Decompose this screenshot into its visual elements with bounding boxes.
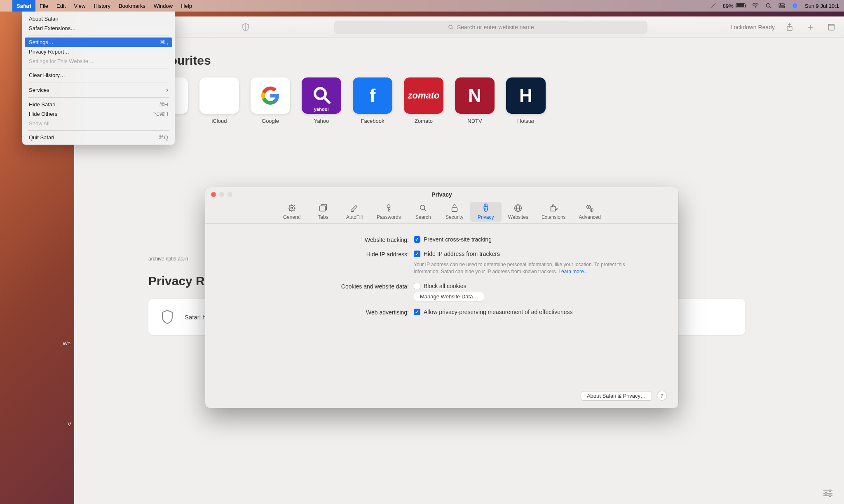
prefs-tab-tabs[interactable]: Tabs <box>307 202 339 222</box>
favourite-tile: N <box>455 77 495 114</box>
svg-line-20 <box>324 97 329 103</box>
svg-line-33 <box>289 205 290 206</box>
menu-view[interactable]: View <box>70 0 90 12</box>
checkbox-ad-measurement[interactable] <box>414 309 420 315</box>
favourite-label: Zomato <box>415 118 433 124</box>
prefs-tab-autofill[interactable]: AutoFill <box>339 202 370 222</box>
advanced-icon <box>585 204 595 213</box>
prefs-close[interactable] <box>211 192 216 197</box>
favourite-google[interactable]: Google <box>251 77 290 124</box>
address-placeholder: Search or enter website name <box>457 24 534 30</box>
menu-window[interactable]: Window <box>150 0 177 12</box>
prefs-tab-label: Passwords <box>377 214 401 220</box>
prefs-tab-label: Security <box>445 214 463 220</box>
menu-history[interactable]: History <box>89 0 114 12</box>
favourite-yahoo[interactable]: yahoo!Yahoo <box>302 77 341 124</box>
learn-more-link[interactable]: Learn more… <box>558 269 588 274</box>
prefs-minimize <box>219 192 224 197</box>
preferences-window: Privacy GeneralTabsAutoFillPasswordsSear… <box>205 187 678 408</box>
lockdown-status: Lockdown Ready <box>731 24 775 30</box>
svg-point-54 <box>590 209 593 211</box>
address-bar[interactable]: Search or enter website name <box>334 21 647 34</box>
svg-point-24 <box>829 490 831 492</box>
favourite-icloud[interactable]: iCloud <box>199 77 239 124</box>
menu-show-all: Show All <box>25 119 172 128</box>
prefs-tab-general[interactable]: General <box>276 202 307 222</box>
svg-point-3 <box>766 4 770 7</box>
favourite-tile: H <box>506 77 546 114</box>
svg-point-55 <box>591 209 593 211</box>
toolbar: Search or enter website name Lockdown Re… <box>74 16 844 38</box>
menu-about-safari[interactable]: About Safari <box>25 14 172 23</box>
siri-icon[interactable] <box>792 2 798 9</box>
favourites-heading: Favourites <box>148 54 745 68</box>
prefs-tab-advanced[interactable]: Advanced <box>572 202 607 222</box>
prefs-tab-label: Advanced <box>579 214 601 220</box>
menu-hide-others[interactable]: Hide Others⌥⌘H <box>25 109 172 119</box>
about-safari-privacy-button[interactable]: About Safari & Privacy… <box>581 391 652 401</box>
clock[interactable]: Sun 9 Jul 10:1 <box>805 3 839 9</box>
menu-clear-history[interactable]: Clear History… <box>25 70 172 80</box>
tab-overview-button[interactable] <box>825 21 837 33</box>
share-button[interactable] <box>784 21 795 33</box>
svg-line-14 <box>452 28 453 29</box>
svg-line-4 <box>769 7 771 9</box>
svg-rect-37 <box>320 206 326 211</box>
prefs-tab-websites[interactable]: Websites <box>502 202 535 222</box>
prefs-tab-passwords[interactable]: Passwords <box>370 202 408 222</box>
prefs-tabbar: GeneralTabsAutoFillPasswordsSearchSecuri… <box>205 202 678 224</box>
menu-edit[interactable]: Edit <box>52 0 70 12</box>
menu-quit-safari[interactable]: Quit Safari⌘Q <box>25 133 172 142</box>
svg-point-13 <box>449 25 452 28</box>
label-cookies: Cookies and website data: <box>246 283 414 290</box>
menu-privacy-report[interactable]: Privacy Report… <box>25 47 172 56</box>
svg-point-26 <box>829 495 831 497</box>
favourite-hotstar[interactable]: HHotstar <box>506 77 546 124</box>
favourite-label: NDTV <box>467 118 482 124</box>
search-icon <box>448 24 454 30</box>
svg-point-28 <box>291 207 293 209</box>
svg-point-52 <box>587 205 591 209</box>
favourite-tile: f <box>353 77 392 114</box>
prefs-tab-extensions[interactable]: Extensions <box>535 202 572 222</box>
svg-line-1 <box>712 5 714 7</box>
wifi-icon[interactable] <box>752 2 759 9</box>
favourite-ndtv[interactable]: NNDTV <box>455 77 495 124</box>
favourite-tile: zomato <box>404 77 443 114</box>
favourite-label: Hotstar <box>517 118 535 124</box>
checkbox-block-cookies[interactable] <box>414 283 420 289</box>
favourite-zomato[interactable]: zomatoZomato <box>404 77 443 124</box>
desktop-item-label: We <box>63 340 70 347</box>
spotlight-icon[interactable] <box>765 2 772 9</box>
menu-file[interactable]: File <box>35 0 52 12</box>
manage-website-data-button[interactable]: Manage Website Data… <box>414 292 484 301</box>
customize-start-page[interactable] <box>823 489 833 497</box>
autofill-icon <box>349 204 359 213</box>
prefs-tab-search[interactable]: Search <box>408 202 439 222</box>
shield-icon[interactable] <box>240 21 251 33</box>
favourite-facebook[interactable]: fFacebook <box>353 77 392 124</box>
menu-safari-extensions[interactable]: Safari Extensions… <box>25 23 172 33</box>
prefs-tab-label: Tabs <box>318 214 328 220</box>
do-not-disturb-icon[interactable] <box>710 2 716 9</box>
help-button[interactable]: ? <box>657 391 667 401</box>
menu-safari[interactable]: Safari <box>12 0 35 12</box>
svg-point-39 <box>387 205 390 208</box>
control-center-icon[interactable] <box>778 2 785 9</box>
menu-settings[interactable]: Settings…⌘ , <box>25 38 172 47</box>
battery-status[interactable]: 89% <box>723 3 746 9</box>
prefs-zoom <box>227 192 232 197</box>
menu-bookmarks[interactable]: Bookmarks <box>115 0 150 12</box>
prefs-tab-label: Search <box>415 214 431 220</box>
menu-help[interactable]: Help <box>177 0 196 12</box>
menu-hide-safari[interactable]: Hide Safari⌘H <box>25 100 172 109</box>
prefs-tab-security[interactable]: Security <box>439 202 470 222</box>
menu-services[interactable]: Services <box>25 84 172 95</box>
checkbox-hide-ip[interactable] <box>414 251 420 257</box>
favourite-label: Yahoo <box>314 118 329 124</box>
privacy-icon <box>481 204 491 213</box>
favourites-grid: AppleiCloudGoogleyahoo!YahoofFacebookzom… <box>148 77 745 124</box>
checkbox-prevent-cross-site[interactable] <box>414 236 420 243</box>
prefs-tab-privacy[interactable]: Privacy <box>470 202 502 222</box>
new-tab-button[interactable] <box>804 21 816 33</box>
